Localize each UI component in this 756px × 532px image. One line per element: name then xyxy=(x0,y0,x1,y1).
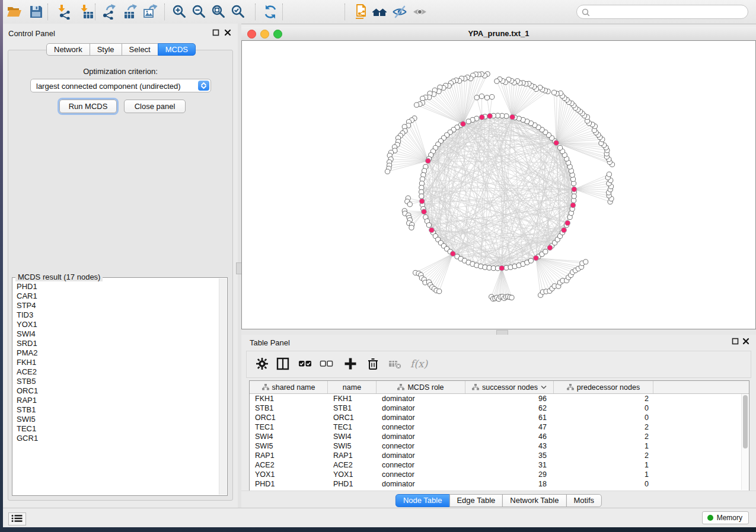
export-table-icon[interactable] xyxy=(122,4,138,20)
graph-node[interactable] xyxy=(474,95,479,100)
table-row[interactable]: SWI4SWI4dominator462 xyxy=(250,432,749,441)
mcds-result-item[interactable]: STB1 xyxy=(17,405,215,415)
select-all-icon[interactable] xyxy=(298,357,312,371)
table-row[interactable]: ACE2ACE2connector311 xyxy=(250,460,749,470)
column-header-successor-nodes[interactable]: successor nodes xyxy=(465,381,554,393)
add-row-icon[interactable] xyxy=(343,357,358,371)
refresh-view-icon[interactable] xyxy=(263,4,278,20)
graph-node[interactable] xyxy=(419,194,424,198)
graph-node[interactable] xyxy=(572,194,576,198)
mcds-result-item[interactable]: SWI5 xyxy=(17,415,215,424)
deselect-all-icon[interactable] xyxy=(320,357,334,371)
graph-node[interactable] xyxy=(543,249,548,254)
function-builder-icon[interactable]: f(x) xyxy=(409,357,429,371)
search-input[interactable] xyxy=(594,6,743,19)
delete-rows-icon[interactable] xyxy=(366,357,380,371)
tab-style[interactable]: Style xyxy=(90,43,122,56)
zoom-out-icon[interactable] xyxy=(192,4,207,20)
graph-node[interactable] xyxy=(385,169,390,174)
open-file-icon[interactable] xyxy=(7,4,22,20)
graph-hub-node[interactable] xyxy=(487,113,493,118)
criterion-dropdown[interactable]: largest connected component (undirected) xyxy=(30,79,211,92)
graph-node[interactable] xyxy=(490,94,495,99)
export-image-icon[interactable] xyxy=(142,4,158,20)
graph-node[interactable] xyxy=(495,79,499,84)
memory-button[interactable]: Memory xyxy=(702,511,749,524)
tab-node-table[interactable]: Node Table xyxy=(395,494,450,507)
tab-select[interactable]: Select xyxy=(122,43,158,56)
mcds-result-item[interactable]: SWI4 xyxy=(17,329,215,339)
import-network-icon[interactable] xyxy=(56,4,72,20)
table-settings-icon[interactable] xyxy=(255,357,269,371)
graph-hub-node[interactable] xyxy=(570,203,576,208)
mcds-result-item[interactable]: ORC1 xyxy=(17,386,215,396)
mcds-result-item[interactable]: SRD1 xyxy=(17,339,215,348)
result-list-scrollbar[interactable] xyxy=(219,278,227,495)
column-header-predecessor-nodes[interactable]: predecessor nodes xyxy=(554,381,653,393)
graph-hub-node[interactable] xyxy=(565,220,570,226)
table-row[interactable]: FKH1FKH1dominator962 xyxy=(250,394,749,403)
hide-selected-icon[interactable] xyxy=(392,4,407,20)
graph-hub-node[interactable] xyxy=(422,209,427,214)
mcds-result-item[interactable]: GCR1 xyxy=(17,434,215,443)
mcds-result-item[interactable]: STP4 xyxy=(17,301,215,310)
table-row[interactable]: SWI5SWI5connector431 xyxy=(250,441,749,451)
mcds-result-item[interactable]: ACE2 xyxy=(17,367,215,377)
graph-hub-node[interactable] xyxy=(534,255,539,261)
zoom-fit-icon[interactable] xyxy=(211,4,227,20)
graph-hub-node[interactable] xyxy=(554,140,559,146)
graph-node[interactable] xyxy=(484,95,489,100)
table-row[interactable]: PHD1PHD1dominator180 xyxy=(250,479,749,489)
first-neighbors-icon[interactable] xyxy=(372,4,387,20)
graph-hub-node[interactable] xyxy=(429,227,435,233)
table-row[interactable]: TEC1TEC1connector472 xyxy=(250,422,749,432)
mcds-result-item[interactable]: PHD1 xyxy=(17,282,215,291)
graph-hub-node[interactable] xyxy=(572,187,577,192)
mcds-result-item[interactable]: PMA2 xyxy=(17,348,215,358)
import-table-icon[interactable] xyxy=(79,4,94,20)
clone-network-icon[interactable] xyxy=(354,4,369,20)
graph-node[interactable] xyxy=(479,94,484,98)
graph-hub-node[interactable] xyxy=(425,158,430,164)
search-box[interactable] xyxy=(576,5,748,19)
column-header-mcds-role[interactable]: MCDS role xyxy=(377,381,465,393)
graph-node[interactable] xyxy=(409,225,414,230)
graph-node[interactable] xyxy=(509,295,514,300)
float-panel-icon[interactable] xyxy=(732,338,739,345)
close-panel-icon[interactable] xyxy=(224,29,231,36)
graph-node[interactable] xyxy=(583,259,588,264)
tab-network[interactable]: Network xyxy=(46,43,90,56)
mcds-result-item[interactable]: YOX1 xyxy=(17,320,215,329)
horizontal-splitter[interactable] xyxy=(241,329,756,335)
column-header-shared-name[interactable]: shared name xyxy=(250,381,328,393)
graph-hub-node[interactable] xyxy=(479,115,484,120)
graph-node[interactable] xyxy=(528,258,533,263)
mcds-result-item[interactable]: TEC1 xyxy=(17,424,215,434)
tab-edge-table[interactable]: Edge Table xyxy=(449,494,503,507)
graph-node[interactable] xyxy=(426,223,431,227)
show-all-icon[interactable] xyxy=(412,4,428,20)
mcds-result-item[interactable]: RAP1 xyxy=(17,396,215,405)
table-row[interactable]: YOX1YOX1connector291 xyxy=(250,470,749,479)
zoom-selected-icon[interactable] xyxy=(231,4,246,20)
graph-node[interactable] xyxy=(437,289,442,294)
graph-hub-node[interactable] xyxy=(419,198,425,204)
run-mcds-button[interactable]: Run MCDS xyxy=(59,100,117,113)
graph-node[interactable] xyxy=(466,119,471,124)
table-row[interactable]: ORC1ORC1dominator610 xyxy=(250,413,749,422)
mcds-result-item[interactable]: STB5 xyxy=(17,377,215,386)
task-history-button[interactable] xyxy=(8,512,26,525)
tab-network-table[interactable]: Network Table xyxy=(502,494,566,507)
graph-hub-node[interactable] xyxy=(461,121,466,127)
graph-hub-node[interactable] xyxy=(510,114,515,120)
graph-node[interactable] xyxy=(557,145,562,150)
table-row[interactable]: STB1STB1dominator620 xyxy=(250,403,749,413)
delete-table-icon[interactable] xyxy=(388,357,402,371)
column-header-name[interactable]: name xyxy=(328,381,377,393)
mcds-result-item[interactable]: FKH1 xyxy=(17,358,215,367)
zoom-in-icon[interactable] xyxy=(172,4,187,20)
graph-node[interactable] xyxy=(407,202,412,207)
export-network-icon[interactable] xyxy=(101,4,116,20)
scrollbar-thumb[interactable] xyxy=(743,395,748,448)
tab-motifs[interactable]: Motifs xyxy=(566,494,602,507)
